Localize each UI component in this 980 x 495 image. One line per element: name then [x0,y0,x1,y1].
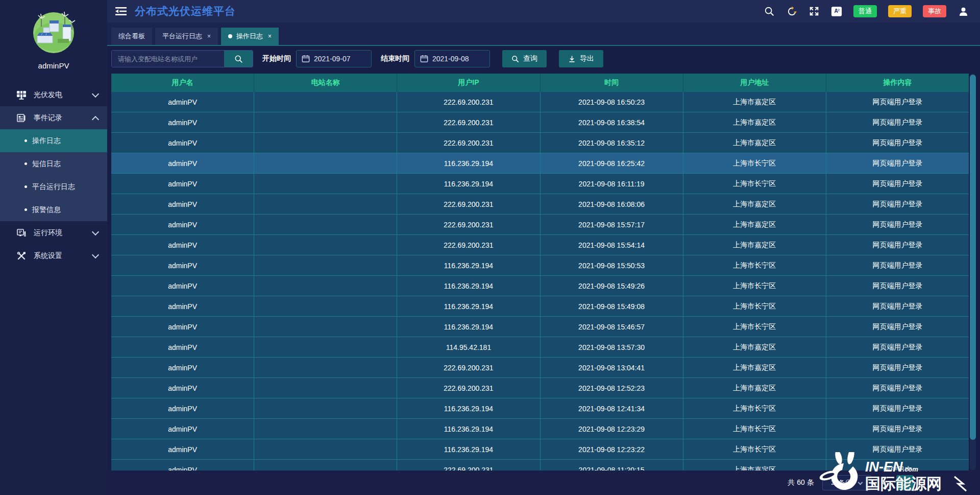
table-row[interactable]: adminPV114.95.42.1812021-09-08 13:57:30上… [111,337,969,358]
cell-time: 2021-09-08 16:08:06 [541,194,683,214]
cell-station [254,215,397,234]
cell-action: 网页端用户登录 [826,92,969,112]
search-field-group [111,50,253,67]
sidebar-item-system-settings[interactable]: 系统设置 [0,244,107,267]
cell-action: 网页端用户登录 [826,337,969,357]
table-row[interactable]: adminPV222.69.200.2312021-09-08 16:38:54… [111,112,969,133]
submenu-item-label: 短信日志 [32,159,61,169]
tab-label: 操作日志 [236,32,263,41]
cell-time: 2021-09-08 16:11:19 [541,174,683,194]
chevron-down-icon [92,228,99,235]
end-time-label: 结束时间 [381,54,409,63]
cell-address: 上海市嘉定区 [683,235,826,255]
sidebar-item-event-records[interactable]: 事件记录 [0,106,107,129]
collapse-menu-icon[interactable] [115,7,127,16]
cell-address: 上海市嘉定区 [683,460,826,470]
tab-dashboard[interactable]: 综合看板 [111,28,152,45]
translate-icon[interactable]: A 文 [831,6,842,17]
cell-time: 2021-09-08 15:54:14 [541,235,683,255]
submenu-item-label: 平台运行日志 [32,182,75,192]
cell-user: adminPV [111,153,254,173]
col-user-ip[interactable]: 用户IP [397,74,540,92]
table-row[interactable]: adminPV222.69.200.2312021-09-08 15:54:14… [111,235,969,255]
page-size-select[interactable]: 20条/页 [822,475,871,490]
table-row[interactable]: adminPV222.69.200.2312021-09-08 16:35:12… [111,133,969,153]
col-username[interactable]: 用户名 [111,74,254,92]
col-operation[interactable]: 操作内容 [826,74,969,92]
status-badge-accident[interactable]: 事故 [923,5,946,17]
cell-ip: 222.69.200.231 [397,378,540,398]
cell-user: adminPV [111,174,254,194]
tab-operation-log[interactable]: 操作日志 × [221,28,279,45]
bullet-icon [24,185,27,188]
table-row[interactable]: adminPV116.236.29.1942021-09-08 15:46:57… [111,317,969,337]
table-row[interactable]: adminPV116.236.29.1942021-09-08 16:25:42… [111,153,969,174]
export-button[interactable]: 导出 [559,50,603,67]
sidebar-item-pv-generation[interactable]: 光伏发电 [0,83,107,106]
sidebar: adminPV 光伏发电 [0,0,107,495]
search-button[interactable] [224,51,253,67]
search-input[interactable] [112,51,224,67]
table-row[interactable]: adminPV222.69.200.2312021-09-08 16:08:06… [111,194,969,215]
page-title: 分布式光伏运维平台 [135,4,236,18]
sidebar-item-operation-log[interactable]: 操作日志 [0,129,107,152]
cell-address: 上海市长宁区 [683,153,826,173]
col-time[interactable]: 时间 [541,74,683,92]
cell-time: 2021-09-08 12:23:22 [541,439,683,459]
sidebar-item-sms-log[interactable]: 短信日志 [0,152,107,175]
col-user-address[interactable]: 用户地址 [683,74,826,92]
pagination-bar: 共 60 条 20条/页 ‹ 1 [107,470,980,495]
cell-action: 网页端用户登录 [826,398,969,418]
prev-page-button[interactable]: ‹ [879,478,888,487]
table-row[interactable]: adminPV116.236.29.1942021-09-08 15:49:26… [111,276,969,296]
table-row[interactable]: adminPV116.236.29.1942021-09-08 12:23:22… [111,439,969,460]
status-badge-severe[interactable]: 严重 [888,5,912,17]
status-badge-normal[interactable]: 普通 [853,5,877,17]
cell-address: 上海市长宁区 [683,174,826,194]
table-row[interactable]: adminPV222.69.200.2312021-09-08 13:04:41… [111,358,969,378]
cell-action: 网页端用户登录 [826,358,969,378]
scrollbar-thumb[interactable] [970,75,976,440]
cell-time: 2021-09-08 16:38:54 [541,112,683,132]
table-row[interactable]: adminPV222.69.200.2312021-09-08 16:50:23… [111,92,969,112]
cell-ip: 114.95.42.181 [397,337,540,357]
table-row[interactable]: adminPV222.69.200.2312021-09-08 15:57:17… [111,215,969,235]
end-date-value: 2021-09-08 [432,55,469,63]
close-icon[interactable]: × [268,33,272,40]
tab-platform-log[interactable]: 平台运行日志 × [155,28,218,45]
table-row[interactable]: adminPV116.236.29.1942021-09-08 12:23:29… [111,419,969,439]
table-row[interactable]: adminPV116.236.29.1942021-09-08 16:11:19… [111,174,969,194]
fullscreen-icon[interactable] [808,6,820,17]
close-icon[interactable]: × [207,33,211,40]
query-button[interactable]: 查询 [502,50,547,67]
sidebar-item-platform-log[interactable]: 平台运行日志 [0,175,107,198]
table-row[interactable]: adminPV116.236.29.1942021-09-08 15:49:08… [111,296,969,317]
tab-label: 平台运行日志 [162,32,202,41]
cell-address: 上海市长宁区 [683,317,826,337]
page-number-current[interactable]: 1 [896,475,914,490]
sidebar-item-alarm-info[interactable]: 报警信息 [0,198,107,221]
table-row[interactable]: adminPV222.69.200.2312021-09-08 11:20:15… [111,460,969,470]
cell-address: 上海市长宁区 [683,419,826,439]
sidebar-item-label: 系统设置 [34,251,93,261]
sidebar-item-runtime-environment[interactable]: 运行环境 [0,221,107,244]
cell-station [254,112,397,132]
cell-station [254,460,397,470]
cell-ip: 222.69.200.231 [397,112,540,132]
table-row[interactable]: adminPV116.236.29.1942021-09-08 15:50:53… [111,255,969,276]
table-row[interactable]: adminPV222.69.200.2312021-09-08 12:52:23… [111,378,969,398]
cell-time: 2021-09-08 13:04:41 [541,358,683,378]
col-station-name[interactable]: 电站名称 [254,74,397,92]
table-row[interactable]: adminPV116.236.29.1942021-09-08 12:41:34… [111,398,969,419]
cell-station [254,419,397,439]
cell-station [254,317,397,337]
cell-ip: 222.69.200.231 [397,460,540,470]
end-date-picker[interactable]: 2021-09-08 [414,50,490,67]
refresh-icon[interactable] [786,6,797,17]
table-scrollbar[interactable] [970,74,976,470]
cell-action: 网页端用户登录 [826,153,969,173]
filter-bar: 开始时间 2021-09-07 结束时间 2021-09-08 [107,46,980,72]
search-icon[interactable] [764,6,775,17]
start-date-picker[interactable]: 2021-09-07 [296,50,372,67]
user-icon[interactable] [958,6,969,17]
